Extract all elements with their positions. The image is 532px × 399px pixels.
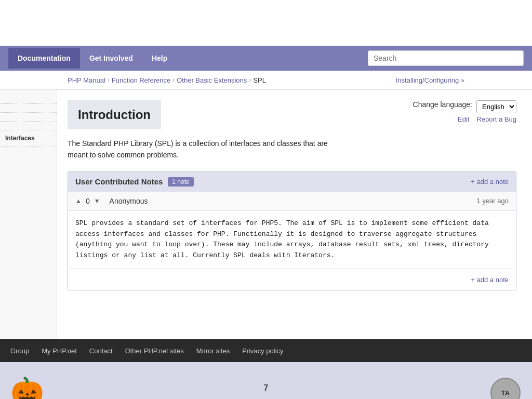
footer: Group My PHP.net Contact Other PHP.net s…: [0, 339, 532, 362]
breadcrumb-current: SPL: [253, 76, 266, 84]
pumpkin-icon: 🎃: [10, 378, 42, 399]
search-input[interactable]: [368, 50, 524, 66]
vote-down-button[interactable]: ▼: [94, 197, 100, 205]
next-page-link[interactable]: Installing/Configuring »: [396, 76, 464, 84]
sidebar: Interfaces: [0, 90, 57, 339]
footer-mirror-sites[interactable]: Mirror sites: [196, 347, 230, 355]
page-title-box: Introduction: [68, 100, 161, 129]
notes-section: User Contributed Notes 1 note + add a no…: [68, 171, 516, 290]
language-select[interactable]: English: [476, 100, 516, 113]
nav-documentation[interactable]: Documentation: [8, 48, 80, 69]
content-area: Introduction Change language: English Ed…: [57, 90, 532, 339]
change-language-label: Change language:: [413, 100, 472, 109]
page-title: Introduction: [78, 108, 151, 122]
breadcrumb-other-basic-extensions[interactable]: Other Basic Extensions: [177, 76, 247, 84]
note-time: 1 year ago: [477, 197, 509, 205]
sidebar-item-2[interactable]: [0, 104, 57, 113]
footer-contact[interactable]: Contact: [89, 347, 113, 355]
search-wrap: [368, 50, 524, 66]
breadcrumb-sep-1: ›: [108, 76, 110, 84]
ta-badge: TA: [490, 378, 521, 399]
edit-links: Edit Report a Bug: [381, 115, 516, 123]
sidebar-item-1[interactable]: [0, 95, 57, 104]
note-author: Anonymous: [110, 197, 148, 205]
vote-up-button[interactable]: ▲: [75, 197, 82, 205]
add-note-top-link[interactable]: + add a note: [471, 178, 509, 185]
top-content-row: Introduction Change language: English Ed…: [68, 100, 516, 138]
breadcrumb-bar: PHP Manual › Function Reference › Other …: [0, 71, 532, 90]
edit-link[interactable]: Edit: [458, 115, 469, 123]
note-count-badge: 1 note: [168, 177, 193, 187]
footer-privacy-policy[interactable]: Privacy policy: [242, 347, 283, 355]
lang-section: Change language: English Edit Report a B…: [381, 100, 516, 130]
breadcrumb-right: Installing/Configuring »: [396, 76, 464, 84]
intro-description: The Standard PHP Library (SPL) is a coll…: [68, 138, 348, 161]
footer-group[interactable]: Group: [10, 347, 29, 355]
footer-myphpnet[interactable]: My PHP.net: [42, 347, 77, 355]
report-bug-link[interactable]: Report a Bug: [476, 115, 516, 123]
breadcrumb-sep-2: ›: [172, 76, 175, 84]
notes-header: User Contributed Notes 1 note + add a no…: [68, 172, 516, 192]
top-white-area: [0, 0, 532, 46]
footer-other-sites[interactable]: Other PHP.net sites: [125, 347, 184, 355]
add-note-bottom-link[interactable]: + add a note: [471, 276, 509, 284]
breadcrumb-php-manual[interactable]: PHP Manual: [68, 76, 105, 84]
ta-logo: TA: [490, 378, 522, 399]
vote-row: ▲ 0 ▼ Anonymous 1 year ago: [68, 192, 516, 211]
sidebar-item-3[interactable]: [0, 113, 57, 122]
bottom-area: 🎃 7 TA: [0, 362, 532, 399]
nav-help[interactable]: Help: [142, 48, 177, 69]
note-body: SPL provides a standard set of interface…: [68, 211, 516, 269]
notes-header-left: User Contributed Notes 1 note: [75, 177, 194, 187]
sidebar-item-4[interactable]: [0, 122, 57, 130]
vote-left: ▲ 0 ▼ Anonymous: [75, 197, 148, 205]
vote-count: 0: [86, 197, 90, 205]
main-layout: Interfaces Introduction Change language:…: [0, 90, 532, 339]
nav-bar: Documentation Get Involved Help: [0, 46, 532, 71]
breadcrumb-sep-3: ›: [249, 76, 251, 84]
nav-get-involved[interactable]: Get Involved: [80, 48, 142, 69]
page-number: 7: [264, 383, 269, 393]
notes-title: User Contributed Notes: [75, 177, 163, 186]
lang-row: Change language: English: [381, 100, 516, 113]
breadcrumb-function-reference[interactable]: Function Reference: [112, 76, 170, 84]
add-note-bottom: + add a note: [68, 269, 516, 290]
sidebar-item-interfaces[interactable]: Interfaces: [0, 130, 57, 147]
breadcrumb: PHP Manual › Function Reference › Other …: [68, 76, 266, 84]
